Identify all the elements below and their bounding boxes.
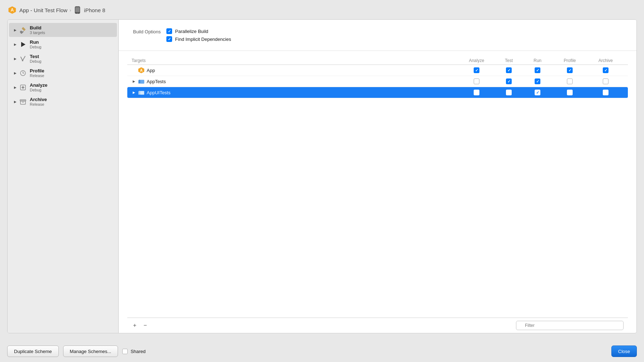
app-analyze-checkbox[interactable] <box>474 67 479 73</box>
scheme-sidebar: ▶ Build 3 targets ▶ <box>8 20 119 333</box>
apptests-target-name: AppTests <box>147 79 166 84</box>
title-bar: A App - Unit Test Flow › iPhone 8 <box>0 0 644 19</box>
app-expand[interactable] <box>132 68 136 72</box>
parallelize-row: Parallelize Build <box>166 28 231 34</box>
profile-icon <box>19 69 27 77</box>
expand-icon-archive[interactable]: ▶ <box>13 99 18 104</box>
appuitests-archive-checkbox[interactable] <box>603 90 609 95</box>
archive-subtitle: Release <box>30 102 47 106</box>
sidebar-item-test[interactable]: ▶ Test Debug <box>9 52 117 66</box>
appuitests-test-checkbox[interactable] <box>506 90 512 95</box>
build-text: Build 3 targets <box>30 25 45 35</box>
build-options-section: Build Options Parallelize Build Find Imp… <box>119 20 636 51</box>
shared-checkbox[interactable] <box>122 349 128 354</box>
expand-icon-analyze[interactable]: ▶ <box>13 85 18 90</box>
add-target-button[interactable]: + <box>132 322 138 329</box>
sidebar-item-run[interactable]: ▶ Run Debug <box>9 37 117 51</box>
apptests-run-cell <box>523 78 552 84</box>
analyze-text: Analyze Debug <box>30 82 47 92</box>
apptests-expand[interactable]: ▶ <box>132 79 136 84</box>
close-button[interactable]: Close <box>611 346 637 357</box>
app-test-cell <box>494 67 523 73</box>
profile-subtitle: Release <box>30 73 44 78</box>
app-archive-cell <box>588 67 624 73</box>
apptests-archive-checkbox[interactable] <box>603 78 609 84</box>
appuitests-profile-cell <box>552 90 588 95</box>
apptests-analyze-checkbox[interactable] <box>474 78 479 84</box>
col-header-test: Test <box>494 58 523 63</box>
targets-list: A App <box>127 65 628 318</box>
appuitests-target-name: AppUITests <box>147 90 170 95</box>
archive-icon <box>19 98 27 106</box>
shared-row: Shared <box>122 349 146 354</box>
col-header-archive: Archive <box>588 58 624 63</box>
profile-text: Profile Release <box>30 68 44 78</box>
expand-icon-run[interactable]: ▶ <box>13 42 18 47</box>
iphone-device-icon <box>73 6 82 14</box>
appuitests-analyze-checkbox[interactable] <box>474 90 479 95</box>
parallelize-label: Parallelize Build <box>175 29 208 34</box>
app-profile-checkbox[interactable] <box>567 67 573 73</box>
svg-point-9 <box>22 60 23 61</box>
apptests-target-icon <box>138 78 145 85</box>
sidebar-item-archive[interactable]: ▶ Archive Release <box>9 95 117 109</box>
svg-rect-6 <box>22 27 25 31</box>
app-run-checkbox[interactable] <box>535 67 540 73</box>
breadcrumb: A App - Unit Test Flow › iPhone 8 <box>7 5 105 15</box>
appuitests-expand[interactable]: ▶ <box>132 90 136 95</box>
svg-rect-17 <box>140 80 144 84</box>
build-icon <box>19 26 27 34</box>
expand-icon-profile[interactable]: ▶ <box>13 71 18 76</box>
run-subtitle: Debug <box>30 45 41 49</box>
breadcrumb-chevron: › <box>70 8 71 13</box>
svg-point-7 <box>20 31 22 33</box>
implicit-checkbox[interactable] <box>166 36 172 42</box>
analyze-icon <box>19 84 27 91</box>
sidebar-item-profile[interactable]: ▶ Profile Release <box>9 66 117 80</box>
run-icon <box>19 41 27 48</box>
expand-icon-test[interactable]: ▶ <box>13 56 18 61</box>
svg-point-12 <box>22 86 24 89</box>
appuitests-test-cell <box>494 90 523 95</box>
app-profile-cell <box>552 67 588 73</box>
app-name-cell: A App <box>132 67 459 73</box>
apptests-archive-cell <box>588 78 624 84</box>
device-name: iPhone 8 <box>84 7 105 13</box>
app-test-checkbox[interactable] <box>506 67 512 73</box>
appuitests-profile-checkbox[interactable] <box>567 90 573 95</box>
svg-point-4 <box>77 13 78 14</box>
col-header-run: Run <box>523 58 552 63</box>
apptests-name-cell: ▶ AppTests <box>132 78 459 85</box>
sidebar-item-build[interactable]: ▶ Build 3 targets <box>9 23 117 37</box>
targets-table-header: Targets Analyze Test Run Profile Archive <box>127 57 628 65</box>
table-row[interactable]: A App <box>127 65 628 76</box>
filter-wrap: ⊜ <box>153 321 624 330</box>
apptests-run-checkbox[interactable] <box>535 78 540 84</box>
implicit-label: Find Implicit Dependencies <box>175 37 231 42</box>
filter-container: ⊜ <box>516 321 624 330</box>
analyze-label: Analyze <box>30 82 47 88</box>
apptests-profile-checkbox[interactable] <box>567 78 573 84</box>
duplicate-scheme-button[interactable]: Duplicate Scheme <box>7 346 59 357</box>
expand-icon-build[interactable]: ▶ <box>13 28 18 33</box>
archive-text: Archive Release <box>30 97 47 106</box>
app-target-icon: A <box>138 67 145 73</box>
appuitests-run-checkbox[interactable] <box>535 90 540 95</box>
table-row[interactable]: ▶ AppTests <box>127 76 628 87</box>
apptests-test-cell <box>494 78 523 84</box>
col-header-targets: Targets <box>132 58 459 63</box>
appuitests-archive-cell <box>588 90 624 95</box>
filter-input[interactable] <box>516 321 624 330</box>
run-text: Run Debug <box>30 39 41 49</box>
col-header-analyze: Analyze <box>459 58 494 63</box>
app-archive-checkbox[interactable] <box>603 67 609 73</box>
run-label: Run <box>30 39 41 45</box>
profile-label: Profile <box>30 68 44 73</box>
manage-schemes-button[interactable]: Manage Schemes... <box>63 346 118 357</box>
parallelize-checkbox[interactable] <box>166 28 172 34</box>
sidebar-item-analyze[interactable]: ▶ Analyze Debug <box>9 80 117 94</box>
build-subtitle: 3 targets <box>30 30 45 35</box>
remove-target-button[interactable]: − <box>142 322 148 329</box>
table-row[interactable]: ▶ AppUITests <box>127 87 628 98</box>
apptests-test-checkbox[interactable] <box>506 78 512 84</box>
